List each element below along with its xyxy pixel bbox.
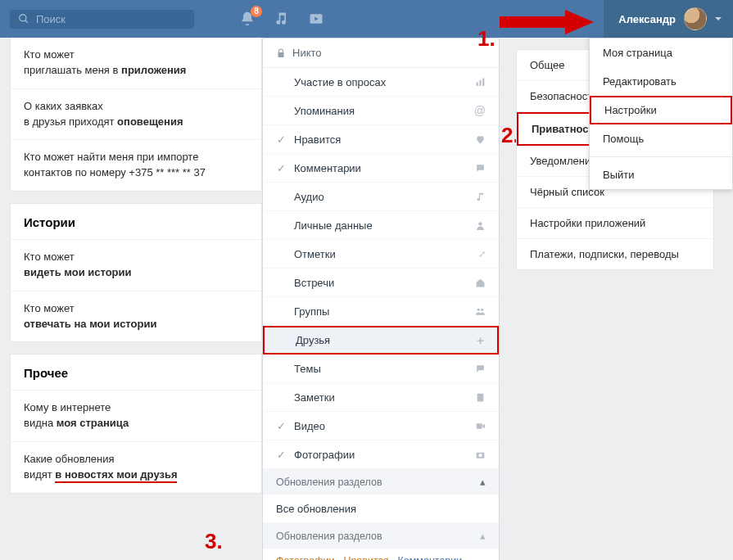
svg-rect-7 <box>482 78 484 85</box>
music-icon <box>475 192 486 202</box>
pm-help[interactable]: Помощь <box>590 124 732 153</box>
drop-item-label: Фотографии <box>294 449 355 461</box>
search-input[interactable] <box>36 13 186 25</box>
pm-logout[interactable]: Выйти <box>590 160 732 189</box>
user-icon <box>475 220 486 231</box>
menu-separator <box>590 156 732 157</box>
top-icons: 8 <box>239 11 324 27</box>
tag-row: Фотографии, Нравится, Комментарии <box>263 549 499 560</box>
updates-dropdown: Никто Участие в опросахУпоминания@✓Нрави… <box>262 38 500 560</box>
pm-edit[interactable]: Редактировать <box>590 67 732 96</box>
drop-item-label: Встречи <box>294 277 334 289</box>
setting-invite-apps[interactable]: Кто может приглашать меня в приложения <box>11 38 261 89</box>
check-icon: ✓ <box>276 449 286 461</box>
notifications-icon[interactable]: 8 <box>239 11 256 27</box>
drop-item-8[interactable]: Группы <box>263 297 499 326</box>
updates-sections-2[interactable]: Обновления разделов ▴ <box>263 523 499 549</box>
tag-comments[interactable]: Комментарии <box>398 555 463 560</box>
svg-rect-12 <box>477 423 482 429</box>
svg-point-14 <box>478 453 482 456</box>
svg-rect-5 <box>477 82 478 85</box>
chevron-down-icon <box>715 17 722 20</box>
drop-item-13[interactable]: ✓Фотографии <box>263 440 499 469</box>
drop-item-label: Друзья <box>296 334 330 346</box>
profile-button[interactable]: Александр <box>604 0 733 38</box>
drop-item-label: Видео <box>294 420 325 432</box>
camera-icon <box>475 449 486 460</box>
drop-item-2[interactable]: ✓Нравится <box>263 125 499 154</box>
drop-item-label: Аудио <box>294 191 324 203</box>
notif-badge: 8 <box>251 6 262 17</box>
drop-item-label: Нравится <box>294 133 341 146</box>
chevron-up-icon: ▴ <box>480 530 486 542</box>
setting-find-by-phone[interactable]: Кто может найти меня при импорте контакт… <box>11 140 261 191</box>
pm-my-page[interactable]: Моя страница <box>590 38 732 67</box>
video-icon <box>475 421 486 431</box>
bars-icon <box>475 77 486 88</box>
setting-page-visibility[interactable]: Кому в интернете видна моя страница <box>11 391 261 442</box>
music-icon[interactable] <box>274 11 290 27</box>
svg-point-0 <box>20 15 26 21</box>
note-icon <box>475 392 486 403</box>
video-icon[interactable] <box>308 11 324 27</box>
tag-photos[interactable]: Фотографии <box>276 555 334 560</box>
chat-icon <box>475 364 486 374</box>
settings-left-col: Кто может приглашать меня в приложения О… <box>0 38 262 560</box>
drop-item-label: Комментарии <box>294 162 361 174</box>
lock-icon <box>276 47 286 59</box>
heart-icon <box>475 134 486 145</box>
updates-sections-1[interactable]: Обновления разделов ▴ <box>263 469 499 495</box>
at-icon: @ <box>474 104 486 117</box>
drop-item-7[interactable]: Встречи <box>263 269 499 297</box>
svg-point-10 <box>481 308 483 310</box>
lock-row[interactable]: Никто <box>263 38 499 68</box>
home-icon <box>475 278 486 288</box>
expand-icon: ⤢ <box>478 248 486 260</box>
users-icon <box>475 306 486 317</box>
drop-item-0[interactable]: Участие в опросах <box>263 68 499 97</box>
drop-item-4[interactable]: Аудио <box>263 183 499 211</box>
nav-app-settings[interactable]: Настройки приложений <box>517 208 713 239</box>
all-updates[interactable]: Все обновления <box>263 495 499 523</box>
drop-item-label: Участие в опросах <box>294 76 386 88</box>
lock-label: Никто <box>292 47 322 59</box>
svg-rect-11 <box>477 393 484 401</box>
svg-rect-6 <box>479 79 481 85</box>
plus-icon: + <box>477 333 484 347</box>
drop-item-6[interactable]: Отметки⤢ <box>263 240 499 269</box>
pm-settings[interactable]: Настройки <box>590 96 732 124</box>
setting-see-stories[interactable]: Кто можетвидеть мои истории <box>11 240 261 291</box>
topbar: 8 Александр <box>0 0 733 38</box>
check-icon: ✓ <box>276 133 286 146</box>
tag-likes[interactable]: Нравится <box>343 555 388 560</box>
drop-item-9[interactable]: Друзья+ <box>263 326 499 355</box>
drop-item-label: Заметки <box>294 391 335 404</box>
drop-item-label: Темы <box>294 363 321 375</box>
svg-point-9 <box>477 308 480 310</box>
drop-item-1[interactable]: Упоминания@ <box>263 97 499 125</box>
check-icon: ✓ <box>276 420 286 432</box>
search-box[interactable] <box>10 10 194 29</box>
drop-item-label: Упоминания <box>294 105 355 117</box>
setting-friend-request-notif[interactable]: О каких заявках в друзья приходят оповещ… <box>11 89 261 141</box>
setting-reply-stories[interactable]: Кто можетотвечать на мои истории <box>11 291 261 342</box>
drop-item-12[interactable]: ✓Видео <box>263 412 499 440</box>
chevron-up-icon: ▴ <box>480 476 486 488</box>
drop-item-label: Отметки <box>294 248 336 260</box>
drop-item-3[interactable]: ✓Комментарии <box>263 154 499 183</box>
username: Александр <box>618 13 676 25</box>
drop-item-11[interactable]: Заметки <box>263 383 499 412</box>
section-other-title: Прочее <box>11 355 261 391</box>
drop-item-5[interactable]: Личные данные <box>263 211 499 240</box>
dropdown-panel-col: Никто Участие в опросахУпоминания@✓Нрави… <box>262 38 501 560</box>
svg-point-8 <box>478 222 482 225</box>
search-icon <box>18 13 29 25</box>
nav-payments[interactable]: Платежи, подписки, переводы <box>517 239 713 269</box>
comment-icon <box>475 163 486 174</box>
setting-friends-news[interactable]: Какие обновления видят в новостях мои др… <box>11 442 261 493</box>
profile-menu: Моя страница Редактировать Настройки Пом… <box>589 38 733 190</box>
drop-item-10[interactable]: Темы <box>263 355 499 383</box>
section-stories-title: Истории <box>11 204 261 240</box>
drop-item-label: Группы <box>294 305 329 318</box>
drop-item-label: Личные данные <box>294 219 373 232</box>
